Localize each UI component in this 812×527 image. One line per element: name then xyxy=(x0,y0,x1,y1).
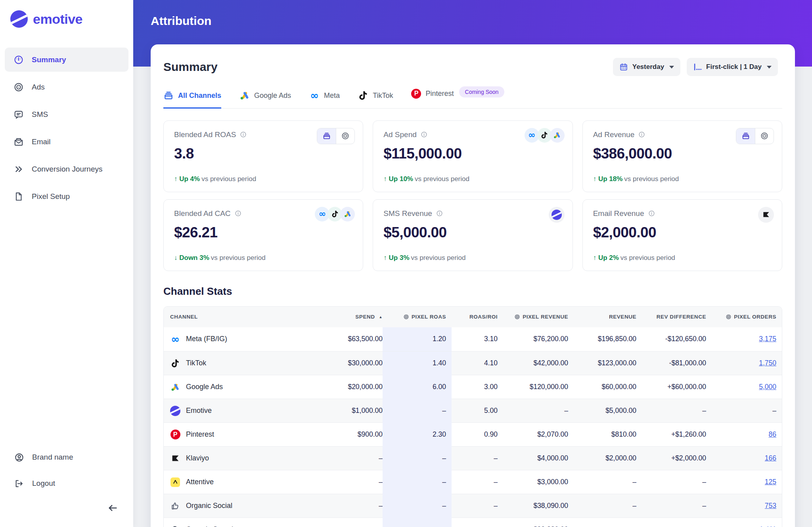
stat-card-ad-revenue: Ad Revenue $386,000.00 ↑ Up 18%vs previo… xyxy=(582,120,782,192)
cell-pixel-roas: 1.40 xyxy=(383,351,452,375)
pixel-orders-link[interactable]: 86 xyxy=(769,430,776,438)
pixel-orders-link[interactable]: 1,411 xyxy=(760,525,777,527)
brand-name-menu[interactable]: Brand name xyxy=(10,449,124,465)
pixel-orders-link[interactable]: 1,750 xyxy=(759,359,776,367)
cell-revenue: $810.00 xyxy=(568,430,636,439)
column-header-rev-difference[interactable]: REV DIFFERENCE xyxy=(636,314,706,320)
sidebar-item-conversion-journeys[interactable]: Conversion Journeys xyxy=(5,157,128,181)
stat-label: Email Revenue xyxy=(593,209,644,218)
info-icon[interactable] xyxy=(234,210,242,217)
logo-text: emotive xyxy=(33,11,82,27)
column-header-roas-roi[interactable]: ROAS/ROI xyxy=(452,314,498,320)
sidebar: emotive Summary Ads SMS Email Conversion… xyxy=(0,0,133,527)
pixel-toggle-button[interactable] xyxy=(755,128,774,144)
pixel-orders-link[interactable]: 5,000 xyxy=(759,383,776,391)
search-icon xyxy=(170,525,180,527)
pixel-target-icon xyxy=(514,314,520,320)
attribution-model-dropdown[interactable]: First-click | 1 Day xyxy=(687,58,778,76)
channels-icon xyxy=(163,90,174,101)
date-range-dropdown[interactable]: Yesterday xyxy=(613,58,680,76)
info-icon[interactable] xyxy=(648,210,655,217)
sidebar-item-ads[interactable]: Ads xyxy=(5,75,128,99)
channels-toggle-button[interactable] xyxy=(736,128,755,144)
tab-label: All Channels xyxy=(178,92,221,100)
tab-pinterest[interactable]: P Pinterest Coming Soon xyxy=(411,86,504,109)
cell-pixel-revenue: $38,090.00 xyxy=(498,502,568,510)
tab-google-ads[interactable]: Google Ads xyxy=(239,90,291,109)
info-icon[interactable] xyxy=(239,131,247,138)
cell-revenue: $5,000.00 xyxy=(568,407,636,415)
tab-all-channels[interactable]: All Channels xyxy=(163,90,221,109)
pixel-orders-link[interactable]: 3,175 xyxy=(759,335,776,343)
channels-toggle-button[interactable] xyxy=(317,128,336,144)
channel-label: Pinterest xyxy=(186,430,214,439)
calendar-icon xyxy=(619,63,628,71)
sort-ascending-icon: ▲ xyxy=(379,315,383,319)
cell-roas-roi: 3.10 xyxy=(452,335,498,343)
tab-tiktok[interactable]: TikTok xyxy=(358,90,393,109)
cell-rev-difference: – xyxy=(636,478,706,486)
table-row: Organic Social–––$38,090.00––753 xyxy=(164,494,782,517)
column-header-revenue[interactable]: REVENUE xyxy=(568,314,636,320)
table-row: TikTok$30,000.001.404.10$42,000.00$123,0… xyxy=(164,351,782,375)
cell-channel: Organic Social xyxy=(170,501,318,511)
info-icon[interactable] xyxy=(638,131,645,138)
cell-spend: $1,000.00 xyxy=(318,407,383,415)
cell-channel: Emotive xyxy=(170,406,318,416)
cell-spend: $30,000.00 xyxy=(318,359,383,367)
stat-label: Ad Revenue xyxy=(593,130,635,139)
column-header-channel[interactable]: CHANNEL xyxy=(170,314,318,320)
channel-label: Organic Search xyxy=(186,525,236,527)
column-header-spend[interactable]: SPEND▲ xyxy=(318,314,383,320)
channel-label: Google Ads xyxy=(186,383,223,391)
logout-icon xyxy=(14,479,24,489)
tab-meta[interactable]: ∞ Meta xyxy=(309,90,340,109)
gauge-icon xyxy=(13,55,24,65)
logout-button[interactable]: Logout xyxy=(10,475,124,491)
cell-pixel-orders: 1,411 xyxy=(706,525,776,527)
sidebar-item-pixel-setup[interactable]: Pixel Setup xyxy=(5,184,128,208)
pixel-orders-link[interactable]: 166 xyxy=(765,454,776,462)
info-icon[interactable] xyxy=(436,210,443,217)
sidebar-item-label: SMS xyxy=(32,110,48,119)
cell-channel: Attentive xyxy=(170,477,318,487)
column-header-pixel-revenue[interactable]: PIXEL REVENUE xyxy=(498,314,568,320)
sidebar-item-summary[interactable]: Summary xyxy=(5,48,128,72)
channel-label: Attentive xyxy=(186,478,214,486)
cell-roas-roi: – xyxy=(452,454,498,462)
stat-delta: ↑ Up 18%vs previous period xyxy=(593,175,679,183)
sidebar-item-email[interactable]: Email xyxy=(5,130,128,154)
coming-soon-badge: Coming Soon xyxy=(459,86,505,97)
channel-label: TikTok xyxy=(186,359,206,367)
stat-label: SMS Revenue xyxy=(383,209,432,218)
user-circle-icon xyxy=(14,453,24,462)
collapse-arrow-icon[interactable] xyxy=(107,502,118,514)
info-icon[interactable] xyxy=(420,131,428,138)
stat-label: Blended Ad ROAS xyxy=(174,130,236,139)
stat-value: 3.8 xyxy=(174,145,352,162)
stat-cards: Blended Ad ROAS 3.8 ↑ Up 4%vs previous p… xyxy=(163,120,782,271)
page-title: Attribution xyxy=(151,14,211,28)
tab-label: Meta xyxy=(324,92,340,100)
pixel-orders-link[interactable]: 125 xyxy=(765,478,776,486)
cell-pixel-revenue: $120,000.00 xyxy=(498,383,568,391)
pixel-target-icon xyxy=(403,314,409,320)
google-ads-icon xyxy=(239,90,250,101)
cell-revenue: – xyxy=(568,478,636,486)
cell-rev-difference: +$60,000.00 xyxy=(636,383,706,391)
stat-card-blended-ad-cac: Blended Ad CAC $26.21 ↓ Down 3%vs previo… xyxy=(163,199,363,271)
column-header-pixel-orders[interactable]: PIXEL ORDERS xyxy=(706,314,776,320)
pixel-toggle-button[interactable] xyxy=(336,128,354,144)
cell-pixel-orders: 86 xyxy=(706,430,776,439)
cell-rev-difference: – xyxy=(636,502,706,510)
cell-pixel-revenue: $76,200.00 xyxy=(498,335,568,343)
meta-icon: ∞ xyxy=(309,90,320,101)
sidebar-item-sms[interactable]: SMS xyxy=(5,102,128,126)
cell-rev-difference: – xyxy=(636,525,706,527)
cell-revenue: – xyxy=(568,525,636,527)
column-header-pixel-roas[interactable]: PIXEL ROAS xyxy=(383,314,452,320)
cell-spend: – xyxy=(318,502,383,510)
pixel-orders-link[interactable]: 753 xyxy=(765,502,776,510)
cell-pixel-orders: 125 xyxy=(706,478,776,486)
stat-card-sms-revenue: SMS Revenue $5,000.00 ↑ Up 3%vs previous… xyxy=(373,199,573,271)
